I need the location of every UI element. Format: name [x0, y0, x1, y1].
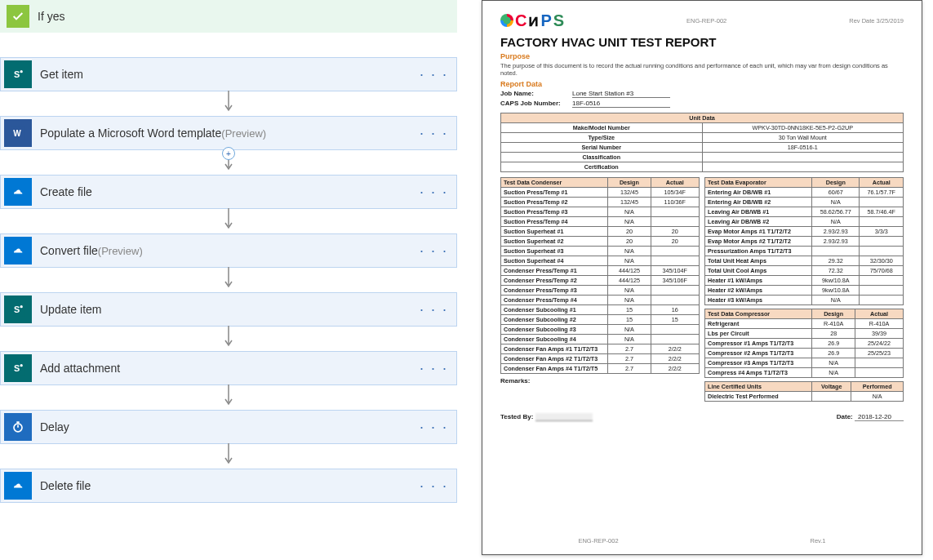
svg-text:S: S — [14, 363, 20, 373]
svg-point-9 — [20, 305, 23, 308]
row-value: 30 Ton Wall Mount — [702, 133, 904, 143]
step-delete-file[interactable]: Delete file · · · — [0, 469, 457, 503]
row-label: Heater #1 kW/Amps — [705, 276, 812, 286]
table-row: Evap Motor Amps #2 T1/T2/T22.93/2.93 — [705, 237, 904, 247]
condenser-actual-header: Actual — [651, 178, 699, 188]
arrow-down-icon — [224, 326, 233, 352]
sp-icon: S — [4, 296, 32, 323]
connector — [0, 327, 457, 351]
row-label: Condenser Press/Temp #2 — [501, 276, 608, 286]
row-value: 72.32 — [812, 266, 860, 276]
row-value: 2.93/2.93 — [812, 227, 860, 237]
if-yes-header[interactable]: If yes — [0, 0, 457, 33]
row-label: Leaving Air DB/WB #1 — [705, 207, 812, 217]
row-value: N/A — [608, 256, 651, 266]
row-value: 132/45 — [608, 198, 651, 207]
job-name-label: Job Name: — [500, 90, 566, 98]
row-label: Suction Press/Temp #1 — [501, 188, 608, 198]
row-value — [860, 276, 904, 286]
step-add-attachment[interactable]: S Add attachment · · · — [0, 351, 457, 385]
row-label: Condenser Fan Amps #1 T1/T2/T3 — [501, 344, 608, 354]
table-row: Condenser Fan Amps #2 T1/T2/T32.72/2/2 — [501, 354, 700, 364]
step-populate-word[interactable]: W Populate a Microsoft Word template(Pre… — [0, 116, 457, 150]
table-row: Condenser Press/Temp #1444/125345/104F — [501, 266, 700, 276]
row-label: Leaving Air DB/WB #2 — [705, 217, 812, 227]
step-menu-icon[interactable]: · · · — [420, 184, 448, 201]
step-menu-icon[interactable]: · · · — [420, 125, 448, 142]
step-create-file[interactable]: Create file · · · — [0, 175, 457, 209]
step-menu-icon[interactable]: · · · — [420, 301, 448, 318]
row-label: Lbs per Circuit — [705, 329, 812, 339]
table-row: Entering Air DB/WB #160/6776.1/57.7F — [705, 188, 904, 198]
add-step-icon[interactable]: + — [222, 147, 235, 160]
svg-point-12 — [20, 364, 23, 367]
svg-text:W: W — [13, 129, 21, 138]
row-value — [651, 286, 699, 296]
row-value: R-410A — [855, 319, 904, 329]
remarks-label: Remarks: — [500, 377, 700, 384]
row-value — [855, 368, 904, 378]
row-value: 2.7 — [608, 354, 651, 364]
if-label: If yes — [38, 10, 64, 23]
step-update-item[interactable]: S Update item · · · — [0, 292, 457, 327]
step-label: Add attachment — [40, 362, 120, 375]
step-delay[interactable]: Delay · · · — [0, 410, 457, 444]
date-label: Date: — [837, 413, 853, 420]
purpose-text: The purpose of this document is to recor… — [500, 62, 904, 77]
table-row: Compressor #2 Amps T1/T2/T326.925/25/23 — [705, 349, 904, 358]
connector — [0, 385, 457, 410]
table-row: Compressor #3 Amps T1/T2/T3N/A — [705, 358, 904, 368]
row-value: 16 — [651, 305, 699, 315]
row-label: Condenser Subcooling #4 — [501, 335, 608, 344]
table-row: Suction Press/Temp #4N/A — [501, 217, 700, 227]
row-label: Type/Size — [501, 133, 703, 143]
purpose-heading: Purpose — [500, 52, 904, 60]
row-value: 28 — [812, 329, 855, 339]
step-get-item[interactable]: S Get item · · · — [0, 57, 457, 91]
row-value: 76.1/57.7F — [860, 188, 904, 198]
od-icon — [4, 178, 32, 206]
evaporator-design-header: Design — [812, 178, 860, 188]
condenser-design-header: Design — [608, 178, 651, 188]
row-value: 39/39 — [855, 329, 904, 339]
doc-rev-date: Rev Date 3/25/2019 — [849, 17, 904, 24]
row-value — [651, 256, 699, 266]
step-label: Create file — [40, 185, 92, 198]
row-label: Evap Motor Amps #1 T1/T2/T2 — [705, 227, 812, 237]
compressor-title: Test Data Compressor — [705, 309, 812, 319]
table-row: Total Unit Heat Amps29.3232/30/30 — [705, 256, 904, 266]
step-label: Update item — [40, 303, 101, 316]
tested-by: Tested By: — [500, 413, 593, 421]
row-value: N/A — [812, 368, 855, 378]
row-value — [855, 358, 904, 368]
tested-by-value-blurred — [535, 413, 593, 421]
row-value: N/A — [608, 296, 651, 305]
step-menu-icon[interactable]: · · · — [420, 66, 448, 83]
row-value — [651, 335, 699, 344]
table-row: Condenser Subcooling #21515 — [501, 315, 700, 325]
row-value: N/A — [851, 392, 904, 402]
job-name-value: Lone Start Station #3 — [572, 90, 670, 98]
step-menu-icon[interactable]: · · · — [420, 478, 448, 495]
row-label: Condenser Press/Temp #1 — [501, 266, 608, 276]
table-row: Classification — [501, 153, 904, 162]
row-label: Condenser Fan Amps #2 T1/T2/T3 — [501, 354, 608, 364]
evaporator-title: Test Data Evaporator — [705, 178, 812, 188]
step-menu-icon[interactable]: · · · — [420, 242, 448, 260]
row-label: Evap Motor Amps #2 T1/T2/T2 — [705, 237, 812, 247]
row-value: 15 — [651, 315, 699, 325]
row-value: N/A — [608, 217, 651, 227]
date-value: 2018-12-20 — [855, 413, 904, 421]
table-row: Evap Motor Amps #1 T1/T2/T22.93/2.933/3/… — [705, 227, 904, 237]
row-value — [702, 153, 904, 162]
svg-text:S: S — [14, 69, 20, 79]
step-menu-icon[interactable]: · · · — [420, 360, 448, 377]
row-value: 25/25/23 — [855, 349, 904, 358]
doc-header-id: ENG-REP-002 — [686, 17, 726, 24]
step-menu-icon[interactable]: · · · — [420, 419, 448, 436]
row-value: 105/34F — [651, 188, 699, 198]
doc-title: FACTORY HVAC UNIT TEST REPORT — [500, 35, 904, 49]
connector: + — [0, 150, 457, 175]
step-convert-file[interactable]: Convert file(Preview) · · · — [0, 233, 457, 268]
row-label: Total Unit Cool Amps — [705, 266, 812, 276]
